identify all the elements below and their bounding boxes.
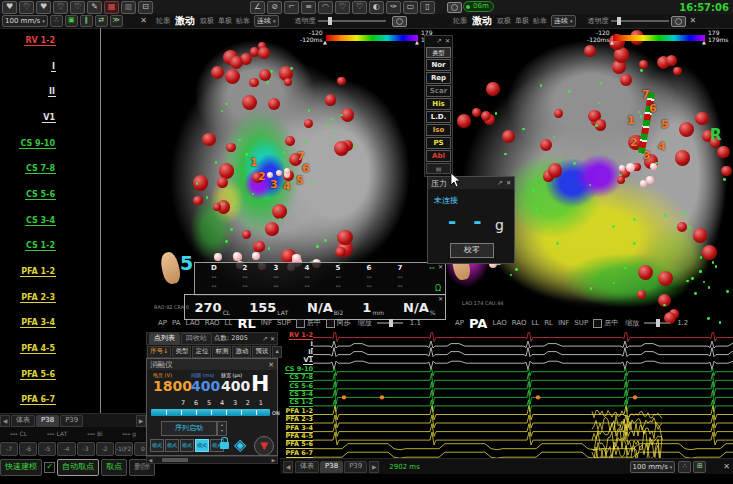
colorbar-gradient[interactable] <box>326 35 418 41</box>
rf-button--7[interactable]: -7 <box>0 442 18 456</box>
sweep-speed-select[interactable]: 100 mm/s ▾ <box>2 15 48 27</box>
close-icon[interactable]: ✕ <box>506 179 511 187</box>
scroll-right-icon[interactable]: ▶ <box>270 457 277 463</box>
view-button-rao[interactable]: RAO <box>205 319 220 327</box>
column-header-激动[interactable]: 激动 <box>232 346 251 358</box>
slider-thumb[interactable] <box>617 17 621 25</box>
points-tool-icon[interactable]: ∴ <box>50 15 63 27</box>
channel-label[interactable]: RV 1-2 <box>24 36 56 46</box>
view-button-inf[interactable]: INF <box>261 319 272 327</box>
camera-icon[interactable] <box>447 2 462 13</box>
channel-label[interactable]: CS 9-10 <box>19 139 56 149</box>
tab-P38[interactable]: P38 <box>320 461 343 473</box>
heart-settings-icon[interactable]: ♡ <box>53 1 68 14</box>
preset-button-模式4[interactable]: 模式4 <box>195 439 209 452</box>
range-tool-icon[interactable]: ▣ <box>65 15 78 27</box>
view-button-inf[interactable]: INF <box>558 319 569 327</box>
tag-tool-icon[interactable]: ⌐ <box>284 1 299 14</box>
tab-点列表[interactable]: 点列表 <box>149 333 180 345</box>
mri-icon[interactable]: ▩ <box>121 1 136 14</box>
column-header-序号↓[interactable]: 序号↓ <box>147 346 171 358</box>
channel-label[interactable]: RV 1-2 <box>289 332 313 340</box>
camera-icon[interactable] <box>392 16 407 27</box>
map-tab-单极[interactable]: 单极 <box>218 16 232 26</box>
opacity-slider[interactable] <box>611 20 669 22</box>
column-header-类型[interactable]: 类型 <box>172 346 191 358</box>
lasso-icon[interactable]: ◠ <box>318 1 333 14</box>
expand-icon[interactable]: ↗ <box>436 37 442 45</box>
channel-label[interactable]: PFA 3-4 <box>20 318 56 328</box>
action-button-取点[interactable]: 取点 <box>101 459 127 476</box>
sweep-speed-select[interactable]: 100 mm/s ▾ <box>630 461 676 473</box>
type-item-His[interactable]: His <box>426 98 451 110</box>
close-icon[interactable]: ✕ <box>723 463 730 471</box>
type-item-Nor[interactable]: Nor <box>426 59 451 71</box>
checkbox-居中[interactable]: 居中 <box>593 318 618 328</box>
monitor-icon[interactable]: ⊡ <box>138 1 153 14</box>
map-tab-轮廓[interactable]: 轮廓 <box>156 16 170 26</box>
view-button-rao[interactable]: RAO <box>512 319 527 327</box>
type-button[interactable]: 类型 <box>426 47 451 58</box>
view-button-lao[interactable]: LAO <box>186 319 200 327</box>
stop-button[interactable]: ▼ <box>254 436 274 456</box>
view-button-pa[interactable]: PA <box>172 319 181 327</box>
zoom-slider[interactable] <box>644 322 670 324</box>
zoom-slider[interactable] <box>377 322 403 324</box>
heart-map-icon[interactable]: ♡ <box>352 1 367 14</box>
heart-outline-icon[interactable]: ♡ <box>335 1 350 14</box>
tab-回收站[interactable]: 回收站 <box>181 333 212 345</box>
measure-tool-icon[interactable]: ⊞ <box>693 461 706 473</box>
angle-measure-icon[interactable]: ∠ <box>250 1 265 14</box>
colorbar-low-marker-icon[interactable]: ▲ <box>323 39 327 45</box>
type-item-Iso[interactable]: Iso <box>426 124 451 136</box>
active-image-icon[interactable]: ▦ <box>104 1 119 14</box>
colorbar-low-marker-icon[interactable]: ▲ <box>610 39 614 45</box>
heart-signal-icon[interactable]: ♥ <box>36 1 51 14</box>
map-mode-select[interactable]: 连续 ▾ <box>551 15 576 27</box>
channel-label[interactable]: PFA 6-7 <box>286 450 314 458</box>
type-item-Scar[interactable]: Scar <box>426 85 451 97</box>
map-tab-双极[interactable]: 双极 <box>200 16 214 26</box>
map-tab-贴靠[interactable]: 贴靠 <box>533 16 547 26</box>
tab-P39[interactable]: P39 <box>60 415 83 427</box>
horizontal-scrollbar[interactable]: ◀ ▶ <box>146 456 278 464</box>
heart-review-icon[interactable]: ♡ <box>19 1 34 14</box>
view-button-rl[interactable]: RL <box>237 316 255 331</box>
view-button-ll[interactable]: LL <box>225 319 233 327</box>
scroll-left-icon[interactable]: ◀ <box>0 415 10 427</box>
map-tab-双极[interactable]: 双极 <box>497 16 511 26</box>
scroll-right-icon[interactable]: ▶ <box>136 415 146 427</box>
ablation-dialog-titlebar[interactable]: 消融仪 ✕ <box>147 359 277 370</box>
injection-icon[interactable]: ✑ <box>386 1 401 14</box>
view-button-ll[interactable]: LL <box>531 319 539 327</box>
slider-thumb[interactable] <box>656 319 660 327</box>
rf-button--4[interactable]: -4 <box>57 442 75 456</box>
map-tab-贴靠[interactable]: 贴靠 <box>236 16 250 26</box>
ruler-icon[interactable]: ≡ <box>301 1 316 14</box>
ablation-icon[interactable]: ◐ <box>369 1 384 14</box>
rf-button--6[interactable]: -6 <box>19 442 37 456</box>
view-button-rl[interactable]: RL <box>544 319 553 327</box>
colorbar-high-marker-icon[interactable]: ▲ <box>702 39 706 45</box>
expand-icon[interactable]: ↗ <box>497 179 503 187</box>
expand-icon[interactable]: ↗ <box>262 335 268 343</box>
action-button-自动取点[interactable]: 自动取点 <box>57 459 99 476</box>
spinner-control[interactable]: ▴▾ <box>217 421 227 436</box>
channel-label[interactable]: II <box>48 87 56 97</box>
scroll-right-icon[interactable]: ▶ <box>369 461 379 473</box>
heart-hand-icon[interactable]: ♡ <box>70 1 85 14</box>
left-map-view[interactable]: -120-120ms179179ms▲▲ 5 1234567 ✕ Ω D----… <box>150 28 447 332</box>
map-mode-select[interactable]: 连续 ▾ <box>254 15 279 27</box>
close-icon[interactable]: ✕ <box>270 335 275 343</box>
channel-label[interactable]: PFA 6-7 <box>20 395 56 405</box>
tab-体表[interactable]: 体表 <box>295 461 319 473</box>
channel-label[interactable]: CS 3-4 <box>25 216 56 226</box>
column-header-定位[interactable]: 定位 <box>192 346 211 358</box>
rf-button--5[interactable]: -5 <box>38 442 56 456</box>
tab-体表[interactable]: 体表 <box>11 415 35 427</box>
colorbar-gradient[interactable] <box>613 35 705 41</box>
rf-button--2[interactable]: -2 <box>96 442 114 456</box>
type-more-button[interactable]: ▤ <box>426 163 451 174</box>
map-tab-单极[interactable]: 单极 <box>515 16 529 26</box>
opacity-slider[interactable] <box>318 20 386 22</box>
